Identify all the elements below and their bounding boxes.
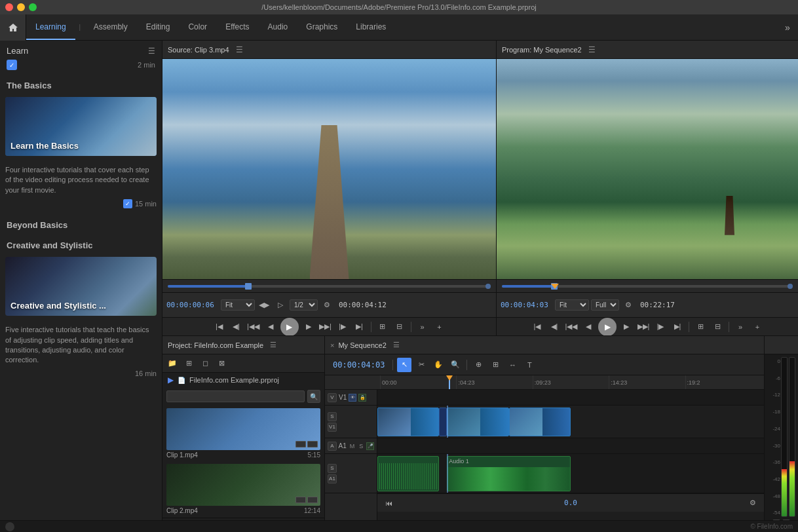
project-panel-menu[interactable]: ☰ [270, 341, 276, 349]
tab-color[interactable]: Color [179, 14, 216, 40]
source-fraction-select[interactable]: 1/2 1/4 Full [290, 299, 318, 311]
program-monitor-menu[interactable]: ☰ [588, 45, 596, 54]
tab-assembly[interactable]: Assembly [85, 14, 137, 40]
project-file-item[interactable]: ▶ 📄 FileInfo.com Example.prproj [162, 373, 324, 387]
program-more[interactable]: » [733, 320, 748, 334]
clip-item-1[interactable]: Clip 1.mp4 5:15 [162, 406, 324, 461]
tab-graphics[interactable]: Graphics [297, 14, 347, 40]
program-step-back[interactable]: ◀ [581, 320, 596, 334]
center-area: Source: Clip 3.mp4 ☰ [162, 41, 798, 532]
source-overwrite[interactable]: ⊟ [392, 320, 407, 334]
program-next-edit[interactable]: |▶ [653, 320, 668, 334]
tool-text[interactable]: T [522, 358, 537, 372]
source-add[interactable]: + [432, 320, 447, 334]
tool-zoom[interactable]: 🔍 [448, 358, 463, 372]
video-clip-2[interactable] [439, 408, 447, 436]
program-lift[interactable]: ⊞ [693, 320, 708, 334]
tool-slip[interactable]: ↔ [505, 358, 520, 372]
tab-editing[interactable]: Editing [137, 14, 180, 40]
program-extract[interactable]: ⊟ [710, 320, 725, 334]
status-bar: © FileInfo.com [0, 520, 798, 532]
maximize-button[interactable] [29, 3, 37, 11]
program-add[interactable]: + [750, 320, 765, 334]
program-step-fwd[interactable]: ▶ [619, 320, 634, 334]
track-v1-eye[interactable]: 👁 [349, 394, 356, 402]
project-freeform[interactable]: ⊠ [214, 356, 229, 371]
tutorial-check-basics: ✓ [123, 199, 132, 208]
timeline-panel-close[interactable]: × [330, 341, 334, 349]
source-ctrl-2[interactable]: ▷ [273, 298, 288, 313]
audio-clip-1[interactable] [377, 456, 439, 491]
v1-sync[interactable]: S [328, 412, 337, 421]
source-step-back[interactable]: ◀ [263, 320, 278, 334]
project-list-view[interactable]: ⊞ [181, 356, 196, 371]
source-back-5[interactable]: |◀◀ [246, 320, 261, 334]
program-fwd-5[interactable]: ▶▶| [636, 320, 651, 334]
program-prev-edit[interactable]: ◀| [547, 320, 561, 334]
source-to-out[interactable]: ▶| [352, 320, 367, 334]
tab-effects[interactable]: Effects [216, 14, 258, 40]
timeline-panel-menu[interactable]: ☰ [393, 341, 400, 349]
source-monitor-menu[interactable]: ☰ [236, 45, 243, 54]
clip-item-2[interactable]: Clip 2.mp4 12:14 [162, 461, 324, 517]
track-toggle-a1[interactable]: A [328, 442, 337, 451]
source-play[interactable]: ▶ [280, 318, 299, 336]
source-scrub-handle[interactable] [245, 283, 252, 290]
track-a1-mic[interactable]: 🎤 [366, 442, 374, 450]
tool-roll[interactable]: ⊞ [488, 358, 503, 372]
program-fit-select[interactable]: Fit 25% 50% 75% 100% [555, 299, 589, 311]
minimize-button[interactable] [17, 3, 25, 11]
tool-selection[interactable]: ↖ [397, 358, 411, 372]
source-settings[interactable]: ⚙ [320, 298, 334, 313]
tab-libraries[interactable]: Libraries [347, 14, 395, 40]
tool-razor[interactable]: ✂ [414, 358, 428, 372]
source-scrub-end[interactable] [485, 284, 491, 289]
tutorial-card-creative[interactable]: Creative and Stylistic ... [5, 257, 157, 316]
close-button[interactable] [5, 3, 13, 11]
source-more[interactable]: » [415, 320, 430, 334]
home-button[interactable] [0, 14, 26, 41]
v1-target[interactable]: V1 [328, 423, 337, 432]
timeline-sequence-title: My Sequence2 [338, 341, 386, 349]
tab-learning[interactable]: Learning [26, 14, 75, 40]
project-icon-view[interactable]: ◻ [198, 356, 212, 371]
project-search-input[interactable] [166, 390, 305, 402]
tutorial-card-learn-basics[interactable]: Learn the Basics [5, 97, 157, 156]
video-clip-3[interactable]: Video 1 [447, 408, 508, 436]
video-clip-1[interactable] [377, 408, 439, 436]
source-next-edit[interactable]: |▶ [335, 320, 350, 334]
sidebar-menu-icon[interactable]: ☰ [148, 47, 155, 56]
program-scrubber[interactable] [497, 279, 798, 292]
tl-settings[interactable]: ⚙ [746, 496, 760, 510]
tl-to-start[interactable]: ⏮ [381, 496, 396, 510]
source-to-in[interactable]: |◀ [212, 320, 227, 334]
source-insert[interactable]: ⊞ [375, 320, 390, 334]
program-to-in[interactable]: |◀ [530, 320, 544, 334]
source-fit-select[interactable]: Fit 25% 50% 75% 100% [221, 299, 255, 311]
program-quality-select[interactable]: Full 1/2 1/4 [591, 299, 619, 311]
project-new-bin[interactable]: 📁 [165, 356, 180, 371]
status-btn-1[interactable] [5, 522, 14, 531]
track-toggle-v1[interactable]: V [328, 393, 337, 402]
program-to-out[interactable]: ▶| [670, 320, 685, 334]
a1-target[interactable]: A1 [328, 474, 337, 484]
more-button[interactable]: » [777, 14, 798, 41]
a1-sync[interactable]: S [328, 464, 337, 473]
audio-clip-2[interactable]: Audio 1 [447, 456, 571, 491]
source-step-fwd[interactable]: ▶ [301, 320, 316, 334]
source-fwd-5[interactable]: ▶▶| [318, 320, 333, 334]
source-scrubber[interactable] [162, 279, 496, 292]
audio-meter-scale: 0 -6 -12 -18 -24 -30 -36 -42 -48 -54 [766, 357, 780, 517]
video-clip-4[interactable] [509, 408, 571, 436]
program-back-5[interactable]: |◀◀ [564, 320, 579, 334]
track-v1-lock[interactable]: 🔒 [358, 394, 366, 402]
source-ctrl-1[interactable]: ◀▶ [257, 298, 271, 313]
program-settings[interactable]: ⚙ [621, 298, 636, 313]
program-scrub-end[interactable] [788, 284, 793, 289]
tab-audio[interactable]: Audio [259, 14, 297, 40]
project-search-button[interactable]: 🔍 [307, 390, 320, 403]
tool-ripple[interactable]: ⊕ [471, 358, 485, 372]
source-prev-edit[interactable]: ◀| [229, 320, 244, 334]
program-play[interactable]: ▶ [598, 318, 617, 336]
tool-hand[interactable]: ✋ [431, 358, 446, 372]
